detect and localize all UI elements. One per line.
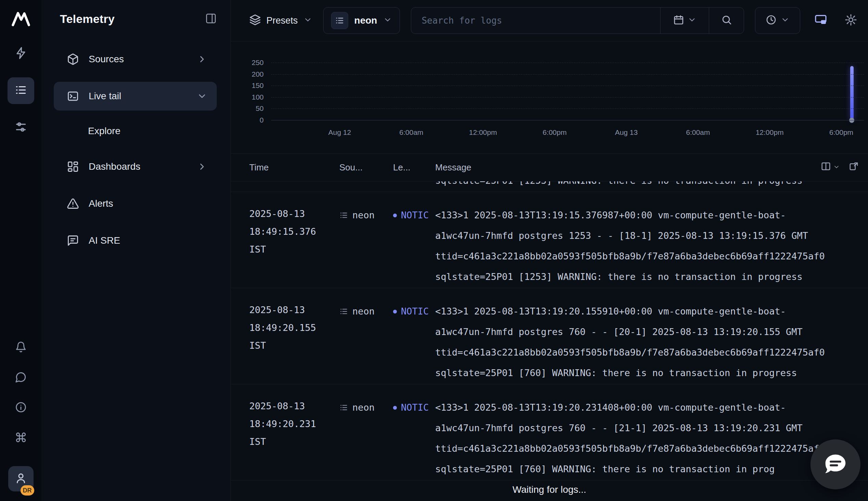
x-axis-label: 12:00pm: [756, 128, 784, 137]
gridline: [271, 108, 864, 109]
log-source-cell: neon: [339, 301, 393, 383]
message-line: ttid=c461a3c221a8bb02a0593f505bfb8a9b/f7…: [435, 438, 866, 459]
chat-bubble-icon: [15, 371, 27, 384]
gridline: [271, 97, 864, 97]
source-logs-icon: [339, 211, 348, 220]
time-line: 2025-08-13: [249, 301, 339, 319]
log-table-header: Time Sou... Le... Message: [231, 154, 868, 181]
log-row[interactable]: 2025-08-1318:49:20.155IST neon NOTIC <13…: [231, 288, 868, 384]
panel-collapse-icon: [205, 13, 217, 26]
cube-icon: [67, 53, 79, 65]
log-level-label: NOTIC: [401, 205, 429, 225]
presets-dropdown[interactable]: Presets: [249, 14, 312, 27]
gridline: [271, 120, 864, 120]
main-content: Presets neon: [231, 0, 868, 501]
sidebar-header: Telemetry: [41, 12, 217, 26]
message-line: ttid=c461a3c221a8bb02a0593f505bfb8a9b/f7…: [435, 342, 866, 363]
rail-notifications-button[interactable]: [10, 338, 32, 357]
logs-icon: [14, 84, 28, 98]
log-row[interactable]: 2025-08-1318:49:20.231IST neon NOTIC <13…: [231, 384, 868, 480]
sidebar-item-explore[interactable]: Explore: [54, 119, 217, 143]
columns-settings-button[interactable]: [821, 161, 840, 174]
presets-label: Presets: [266, 15, 298, 26]
message-line: <133>1 2025-08-13T13:19:20.155910+00:00 …: [435, 301, 866, 322]
rail-logs-button[interactable]: [8, 77, 34, 104]
log-message-cell: <133>1 2025-08-13T13:19:15.376987+00:00 …: [435, 205, 866, 287]
time-line: 18:49:15.376: [249, 223, 339, 241]
log-rows: 2025-08-1318:49:15.376IST neon NOTIC <13…: [231, 192, 868, 480]
message-line: <133>1 2025-08-13T13:19:20.231408+00:00 …: [435, 397, 866, 418]
gridline: [271, 86, 864, 86]
column-header-level[interactable]: Le...: [393, 162, 435, 173]
time-line: IST: [249, 433, 339, 451]
user-icon: [15, 472, 27, 486]
chat-fab-button[interactable]: [811, 439, 860, 489]
clipped-log-row[interactable]: sqlstate=25P01 [1253] WARNING: there is …: [231, 181, 868, 192]
column-header-message[interactable]: Message: [435, 162, 821, 173]
rail-info-button[interactable]: [10, 398, 32, 417]
calendar-icon: [673, 14, 684, 27]
save-view-icon: [814, 13, 827, 28]
save-view-button[interactable]: [811, 11, 830, 30]
gridline: [271, 74, 864, 75]
rail-quickstart-button[interactable]: [8, 40, 34, 67]
log-volume-chart[interactable]: 250200150100500Aug 126:00am12:00pm6:00pm…: [231, 41, 868, 154]
log-level-cell: NOTIC: [393, 205, 435, 287]
user-avatar[interactable]: DR: [8, 466, 33, 491]
chevron-right-icon: [197, 161, 207, 172]
command-icon: [15, 431, 27, 445]
sidebar-item-ai-sre[interactable]: AI SRE: [54, 226, 217, 255]
sidebar-item-label: Dashboards: [89, 161, 140, 172]
expand-view-button[interactable]: [849, 161, 859, 174]
sidebar-item-alerts[interactable]: Alerts: [54, 189, 217, 218]
log-source-label: neon: [352, 301, 374, 322]
time-line: 18:49:20.231: [249, 415, 339, 433]
sidebar-item-live-tail[interactable]: Live tail: [54, 82, 217, 110]
date-range-button[interactable]: [660, 8, 709, 33]
message-line: a1wc47un-7hmfd postgres 760 - - [21-1] 2…: [435, 418, 866, 438]
column-header-time[interactable]: Time: [249, 162, 339, 173]
source-logs-icon: [339, 403, 348, 412]
message-line: sqlstate=25P01 [760] WARNING: there is n…: [435, 459, 866, 479]
rail-feedback-button[interactable]: [10, 368, 32, 387]
y-axis-label: 0: [231, 116, 264, 124]
sidebar-nav: Sources Live tail Explore Dashboards Ale…: [54, 45, 217, 263]
log-source-cell: neon: [339, 205, 393, 287]
bell-icon: [15, 341, 27, 354]
topbar: Presets neon: [231, 0, 868, 41]
sidebar-item-sources[interactable]: Sources: [54, 45, 217, 74]
y-axis-label: 100: [231, 93, 264, 101]
level-dot-icon: [393, 310, 397, 313]
search-submit-button[interactable]: [709, 8, 744, 33]
sidebar-item-label: Alerts: [89, 198, 113, 209]
collapse-sidebar-button[interactable]: [205, 13, 217, 26]
log-search-group: [411, 7, 744, 34]
log-source-cell: neon: [339, 397, 393, 479]
app-root: DR Telemetry Sources Live tail Explore: [0, 0, 868, 501]
dashboard-grid-icon: [67, 160, 79, 173]
sidebar: Telemetry Sources Live tail Explore Dash…: [41, 0, 231, 501]
rail-shortcuts-button[interactable]: [10, 428, 32, 448]
layers-icon: [249, 14, 261, 27]
app-logo-icon[interactable]: [10, 8, 32, 27]
sidebar-item-label: Live tail: [89, 91, 121, 102]
time-range-button[interactable]: [755, 7, 800, 34]
sidebar-item-dashboards[interactable]: Dashboards: [54, 152, 217, 181]
table-footer: Waiting for logs...: [231, 480, 868, 501]
log-time-cell: 2025-08-1318:49:20.155IST: [249, 301, 339, 383]
info-icon: [15, 402, 27, 414]
source-selector[interactable]: neon: [323, 7, 400, 34]
sliders-icon: [14, 120, 28, 135]
settings-button[interactable]: [841, 11, 860, 30]
chevron-down-icon: [383, 15, 392, 26]
rail-metrics-button[interactable]: [8, 114, 34, 141]
column-header-source[interactable]: Sou...: [339, 162, 393, 173]
message-line: sqlstate=25P01 [1253] WARNING: there is …: [435, 267, 866, 287]
log-level-label: NOTIC: [401, 301, 429, 322]
search-input[interactable]: [411, 8, 660, 33]
level-dot-icon: [393, 406, 397, 409]
log-level-label: NOTIC: [401, 397, 429, 418]
time-line: IST: [249, 241, 339, 258]
expand-view-icon: [849, 161, 859, 174]
log-row[interactable]: 2025-08-1318:49:15.376IST neon NOTIC <13…: [231, 192, 868, 288]
